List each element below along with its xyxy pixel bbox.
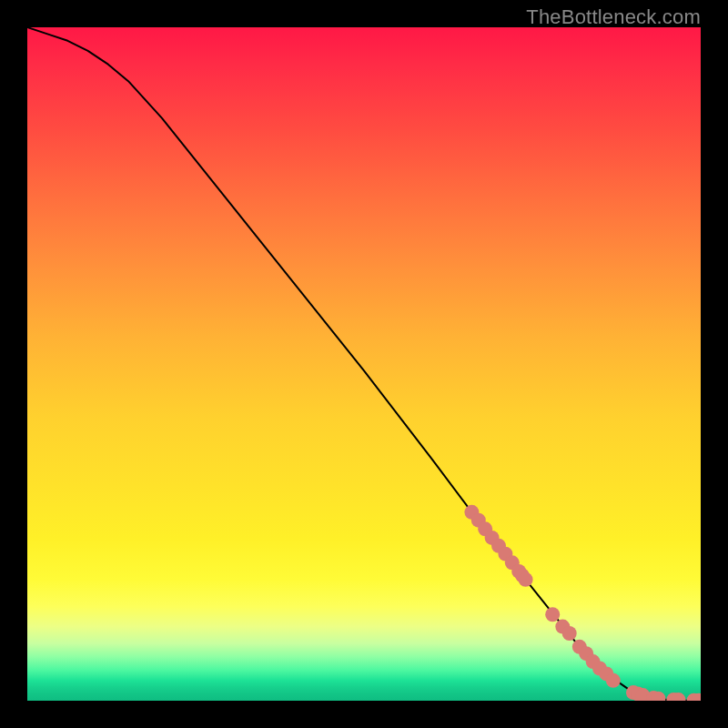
data-point	[606, 673, 621, 688]
data-point	[545, 607, 560, 622]
chart-svg	[27, 27, 701, 701]
data-point	[562, 626, 577, 641]
attribution-label: TheBottleneck.com	[526, 5, 701, 29]
curve-line	[27, 27, 701, 701]
chart-frame: TheBottleneck.com	[0, 0, 728, 728]
data-point	[519, 572, 533, 587]
data-markers	[464, 505, 701, 701]
plot-area	[27, 27, 701, 701]
